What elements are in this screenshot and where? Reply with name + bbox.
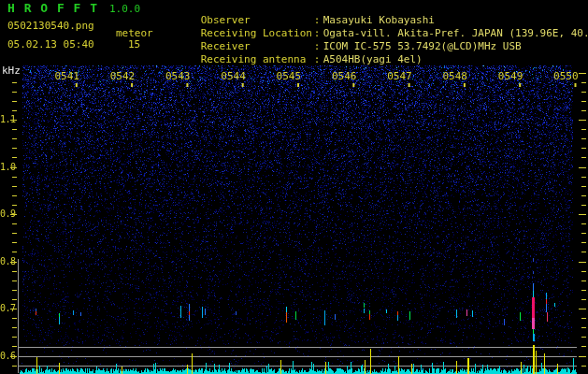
- time-label: 0542: [110, 71, 136, 82]
- info-colon: :: [314, 27, 323, 39]
- time-label: 0550: [553, 71, 579, 82]
- meteor-count-value: 15: [128, 39, 140, 50]
- time-label: 0549: [498, 71, 523, 82]
- station-info: Observer:Masayuki Kobayashi Receiving Lo…: [164, 2, 588, 54]
- info-colon: :: [314, 53, 323, 65]
- time-label: 0543: [165, 71, 191, 82]
- time-label: 0546: [332, 71, 357, 82]
- info-label: Receiving Location: [201, 27, 314, 39]
- info-value: ICOM IC-575 53.7492(@LCD)MHz USB: [323, 40, 522, 52]
- freq-label: 0.9: [0, 209, 16, 220]
- info-value: A504HB(yagi 4el): [323, 53, 423, 65]
- freq-label: 0.6: [0, 351, 16, 362]
- output-filename: 0502130540.png: [7, 21, 94, 32]
- freq-label: 1.0: [0, 162, 16, 173]
- info-value: Ogata-vill. Akita-Pref. JAPAN (139.96E, …: [323, 27, 588, 39]
- freq-label: 0.8: [0, 256, 16, 267]
- time-label: 0541: [54, 71, 79, 82]
- freq-label: 0.7: [0, 303, 16, 314]
- info-label: Receiving antenna: [201, 53, 314, 65]
- time-label: 0545: [277, 71, 302, 82]
- time-label: 0547: [387, 71, 412, 82]
- info-label: Receiver: [201, 40, 314, 52]
- info-colon: :: [314, 40, 323, 52]
- freq-unit-label: kHz: [2, 65, 21, 77]
- info-label: Observer: [201, 14, 314, 26]
- hrofft-screen: H R O F F T 1.0.0 0502130540.png meteor …: [0, 0, 588, 374]
- app-version: 1.0.0: [109, 4, 140, 15]
- info-colon: :: [314, 14, 323, 26]
- freq-label: 1.1: [0, 114, 16, 125]
- info-value: Masayuki Kobayashi: [323, 14, 435, 26]
- observation-datetime: 05.02.13 05:40: [7, 39, 94, 50]
- info-row-observer: Observer:Masayuki Kobayashi: [164, 2, 588, 15]
- app-title: H R O F F T: [7, 3, 98, 14]
- time-label: 0544: [221, 71, 246, 82]
- time-label: 0548: [443, 71, 468, 82]
